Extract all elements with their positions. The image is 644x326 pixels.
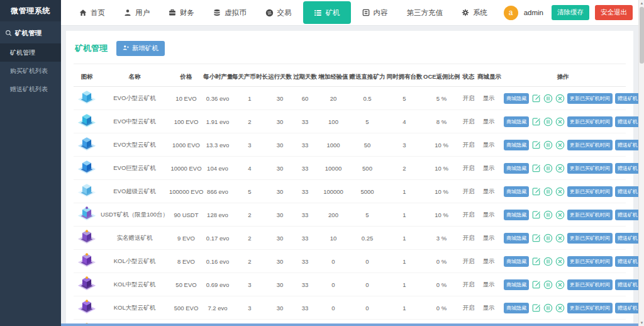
update-bought-time-button[interactable]: 更新已买矿机时间	[567, 256, 613, 267]
edit-icon[interactable]	[531, 94, 541, 103]
edit-icon[interactable]	[531, 303, 541, 313]
edit-icon[interactable]	[531, 140, 541, 150]
add-miner-button[interactable]: 新增矿机	[116, 41, 165, 56]
gift-miner-button[interactable]: 赠送矿机	[615, 256, 640, 267]
edit-icon[interactable]	[531, 210, 541, 220]
row-actions: 商城隐藏更新已买矿机时间赠送矿机	[500, 256, 640, 267]
scroll-down-icon[interactable]: ▼	[639, 320, 644, 326]
edit-icon[interactable]	[531, 117, 541, 126]
gift-miner-button[interactable]: 赠送矿机	[615, 279, 640, 290]
pause-icon[interactable]	[543, 303, 553, 313]
disable-icon[interactable]	[555, 187, 565, 196]
disable-icon[interactable]	[555, 257, 565, 266]
update-bought-time-button[interactable]: 更新已买矿机时间	[567, 233, 613, 244]
mall-hide-button[interactable]: 商城隐藏	[504, 279, 529, 290]
mall-hide-button[interactable]: 商城隐藏	[504, 163, 529, 174]
cell-mall: 显示	[477, 281, 500, 289]
scroll-up-icon[interactable]: ▲	[639, 0, 644, 6]
cell-rebate: 10 %	[423, 211, 460, 218]
horizontal-scrollbar-thumb[interactable]	[61, 323, 638, 326]
update-bought-time-button[interactable]: 更新已买矿机时间	[567, 93, 613, 104]
disable-icon[interactable]	[555, 117, 565, 126]
sidebar-item-1[interactable]: 购买矿机列表	[0, 62, 61, 80]
pause-icon[interactable]	[543, 257, 553, 266]
update-bought-time-button[interactable]: 更新已买矿机时间	[567, 116, 613, 127]
nav-item-5[interactable]: 矿机	[303, 1, 351, 24]
edit-icon[interactable]	[531, 233, 541, 243]
sidebar-group-miner-management[interactable]: 矿机管理	[0, 21, 61, 43]
disable-icon[interactable]	[555, 164, 565, 173]
disable-icon[interactable]	[555, 94, 565, 103]
nav-item-1[interactable]: 用户	[114, 0, 159, 25]
nav-item-7[interactable]: 第三方充值	[397, 0, 453, 25]
disable-icon[interactable]	[555, 210, 565, 220]
gift-miner-button[interactable]: 赠送矿机	[615, 116, 640, 127]
mall-hide-button[interactable]: 商城隐藏	[504, 256, 529, 267]
mall-hide-button[interactable]: 商城隐藏	[504, 210, 529, 220]
pause-icon[interactable]	[543, 280, 553, 289]
sidebar-item-0[interactable]: 矿机管理	[0, 43, 61, 62]
nav-item-0[interactable]: 首页	[70, 0, 114, 25]
cell-price: 500 EVO	[169, 305, 203, 312]
pause-icon[interactable]	[543, 210, 553, 220]
pause-icon[interactable]	[543, 140, 553, 150]
update-bought-time-button[interactable]: 更新已买矿机时间	[567, 210, 613, 220]
nav-item-6[interactable]: 内容	[353, 0, 397, 25]
disable-icon[interactable]	[555, 303, 565, 313]
cell-own_limit: 2	[386, 165, 423, 172]
update-bought-time-button[interactable]: 更新已买矿机时间	[567, 279, 613, 290]
cell-daily_hours: 2	[232, 235, 267, 242]
nav-item-4[interactable]: 交易	[256, 0, 301, 25]
row-actions: 商城隐藏更新已买矿机时间赠送矿机	[500, 116, 640, 127]
cell-expire_days: 33	[292, 142, 318, 149]
vertical-scrollbar[interactable]: ▲ ▼	[638, 0, 644, 326]
nav-item-2[interactable]: 财务	[159, 0, 204, 25]
update-bought-time-button[interactable]: 更新已买矿机时间	[567, 163, 613, 174]
cell-daily_hours: 3	[232, 305, 267, 312]
clear-cache-button[interactable]: 清除缓存	[552, 5, 589, 20]
gift-miner-button[interactable]: 赠送矿机	[615, 303, 640, 313]
disable-icon[interactable]	[555, 280, 565, 289]
column-header-11: 状态	[460, 73, 477, 81]
gift-miner-button[interactable]: 赠送矿机	[615, 233, 640, 244]
mall-hide-button[interactable]: 商城隐藏	[504, 116, 529, 127]
update-bought-time-button[interactable]: 更新已买矿机时间	[567, 140, 613, 150]
pause-icon[interactable]	[543, 164, 553, 173]
pause-icon[interactable]	[543, 117, 553, 126]
pause-icon[interactable]	[543, 187, 553, 196]
edit-icon[interactable]	[531, 164, 541, 173]
column-header-2: 价格	[169, 73, 203, 81]
gift-miner-button[interactable]: 赠送矿机	[615, 210, 640, 220]
gift-miner-button[interactable]: 赠送矿机	[615, 186, 640, 197]
mall-hide-button[interactable]: 商城隐藏	[504, 140, 529, 150]
column-header-4: 每天产币时长	[232, 73, 267, 81]
mall-hide-button[interactable]: 商城隐藏	[504, 186, 529, 197]
cell-expire_days: 33	[292, 211, 318, 218]
cell-name: KOL中型云矿机	[100, 281, 169, 289]
cell-hourly: 0.16 evo	[203, 258, 232, 265]
pause-icon[interactable]	[543, 94, 553, 103]
gift-miner-button[interactable]: 赠送矿机	[615, 163, 640, 174]
gift-miner-button[interactable]: 赠送矿机	[615, 93, 640, 104]
vertical-scrollbar-thumb[interactable]	[640, 7, 644, 64]
sidebar-item-2[interactable]: 赠送矿机列表	[0, 80, 61, 98]
edit-icon[interactable]	[531, 257, 541, 266]
disable-icon[interactable]	[555, 233, 565, 243]
mall-hide-button[interactable]: 商城隐藏	[504, 233, 529, 244]
cell-exp: 10	[318, 235, 349, 242]
nav-item-8[interactable]: 系统	[452, 0, 497, 25]
edit-icon[interactable]	[531, 187, 541, 196]
update-bought-time-button[interactable]: 更新已买矿机时间	[567, 186, 613, 197]
avatar[interactable]: a	[504, 6, 518, 20]
disable-icon[interactable]	[555, 140, 565, 150]
pause-icon[interactable]	[543, 233, 553, 243]
logout-button[interactable]: 安全退出	[595, 5, 633, 20]
edit-icon[interactable]	[531, 280, 541, 289]
cell-price: 9 EVO	[169, 235, 203, 242]
update-bought-time-button[interactable]: 更新已买矿机时间	[567, 303, 613, 313]
cell-run_days: 30	[267, 118, 292, 125]
mall-hide-button[interactable]: 商城隐藏	[504, 93, 529, 104]
gift-miner-button[interactable]: 赠送矿机	[615, 140, 640, 150]
mall-hide-button[interactable]: 商城隐藏	[504, 303, 529, 313]
nav-item-3[interactable]: 虚拟币	[204, 0, 256, 25]
